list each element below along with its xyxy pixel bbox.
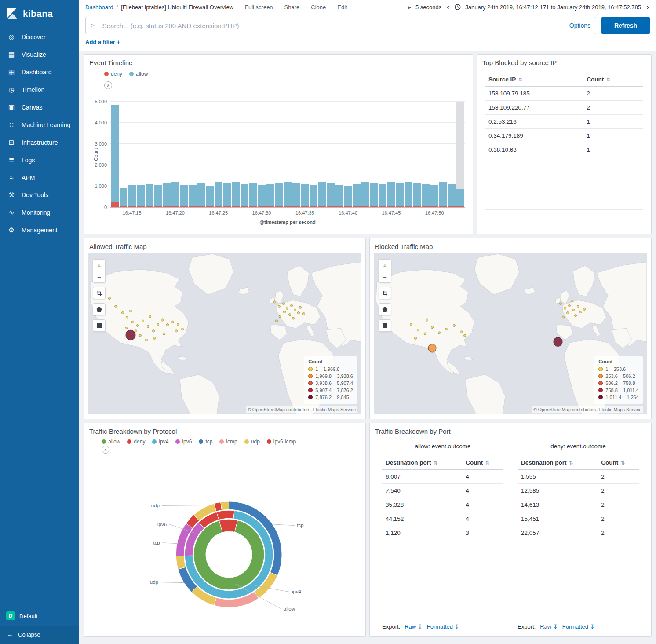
sidebar-item-discover[interactable]: ◎Discover bbox=[0, 28, 79, 46]
export-formatted-link[interactable]: Formatted ↧ bbox=[562, 623, 595, 630]
map-point[interactable] bbox=[438, 332, 440, 334]
map-point[interactable] bbox=[171, 321, 174, 323]
map-point[interactable] bbox=[583, 308, 585, 310]
sidebar-item-infrastructure[interactable]: ⊟Infrastructure bbox=[0, 134, 79, 151]
sunburst-segment-udp[interactable] bbox=[221, 501, 229, 510]
zoom-in-button[interactable]: + bbox=[93, 260, 105, 271]
map-point[interactable] bbox=[568, 304, 570, 307]
polygon-select-button[interactable] bbox=[379, 304, 391, 315]
timeline-bar[interactable] bbox=[387, 102, 395, 207]
map-point[interactable] bbox=[453, 324, 455, 326]
sidebar-item-monitoring[interactable]: ∿Monitoring bbox=[0, 204, 79, 221]
zoom-out-button[interactable]: − bbox=[93, 271, 105, 282]
map-point[interactable] bbox=[108, 297, 110, 299]
map-point[interactable] bbox=[275, 320, 277, 322]
space-selector[interactable]: D Default bbox=[0, 606, 79, 626]
sidebar-item-logs[interactable]: ≣Logs bbox=[0, 151, 79, 169]
sidebar-item-machine-learning[interactable]: ∷Machine Learning bbox=[0, 116, 79, 134]
fit-bounds-button[interactable] bbox=[379, 287, 391, 299]
timeline-bar[interactable] bbox=[275, 102, 283, 207]
breadcrumb-dashboard-link[interactable]: Dashboard bbox=[85, 4, 113, 11]
sort-icon[interactable]: ⇅ bbox=[518, 77, 522, 82]
map-point[interactable] bbox=[431, 326, 433, 328]
map-point[interactable] bbox=[286, 307, 288, 309]
export-raw-link[interactable]: Raw ↧ bbox=[540, 623, 558, 630]
map-bubble[interactable] bbox=[126, 330, 135, 340]
legend-item-ipv6[interactable]: ipv6 bbox=[175, 439, 192, 445]
sidebar-item-timelion[interactable]: ◷Timelion bbox=[0, 81, 79, 99]
map-point[interactable] bbox=[292, 317, 294, 319]
map-point[interactable] bbox=[577, 305, 579, 307]
timeline-bar[interactable] bbox=[146, 102, 153, 207]
timeline-bar[interactable] bbox=[439, 102, 447, 207]
timeline-bar[interactable] bbox=[154, 102, 162, 207]
map-point[interactable] bbox=[414, 337, 416, 339]
sort-icon[interactable]: ⇅ bbox=[434, 460, 438, 465]
timeline-bar[interactable] bbox=[310, 102, 317, 207]
menu-full-screen[interactable]: Full screen bbox=[245, 4, 273, 11]
timeline-bar[interactable] bbox=[361, 102, 369, 207]
timeline-bar[interactable] bbox=[405, 102, 412, 207]
map-point[interactable] bbox=[574, 315, 576, 317]
rectangle-select-button[interactable] bbox=[93, 320, 105, 331]
sort-icon[interactable]: ⇅ bbox=[606, 77, 610, 82]
timeline-bar[interactable] bbox=[422, 102, 430, 207]
map-point[interactable] bbox=[129, 310, 131, 312]
map-point[interactable] bbox=[579, 311, 582, 313]
timeline-bar[interactable] bbox=[223, 102, 231, 207]
map-point[interactable] bbox=[181, 328, 183, 330]
legend-item-ipv6-icmp[interactable]: ipv6-icmp bbox=[267, 439, 296, 445]
sidebar-collapse-button[interactable]: ← Collapse bbox=[0, 626, 79, 644]
menu-share[interactable]: Share bbox=[284, 4, 300, 11]
timeline-bar[interactable] bbox=[180, 102, 188, 207]
search-input[interactable] bbox=[102, 22, 565, 29]
map-point[interactable] bbox=[152, 330, 154, 332]
timeline-bar[interactable] bbox=[370, 102, 378, 207]
map-bubble[interactable] bbox=[554, 337, 562, 347]
legend-item-allow[interactable]: allow bbox=[129, 71, 148, 77]
map-point[interactable] bbox=[424, 333, 426, 335]
sidebar-item-management[interactable]: ⚙Management bbox=[0, 221, 79, 239]
timeline-bar[interactable] bbox=[456, 102, 464, 207]
map-point[interactable] bbox=[121, 311, 124, 314]
timeline-bar[interactable] bbox=[396, 102, 404, 207]
timeline-bar[interactable] bbox=[266, 102, 274, 207]
time-back-icon[interactable]: ‹ bbox=[446, 3, 450, 11]
map-point[interactable] bbox=[288, 314, 291, 316]
column-header[interactable]: Count⇅ bbox=[598, 456, 639, 470]
legend-collapse-button[interactable]: ∧ bbox=[104, 81, 112, 89]
timeline-bar[interactable] bbox=[335, 102, 343, 207]
map-point[interactable] bbox=[463, 334, 466, 337]
map-point[interactable] bbox=[279, 315, 281, 318]
timeline-bar[interactable] bbox=[448, 102, 456, 207]
map-point[interactable] bbox=[157, 323, 159, 326]
map-bubble[interactable] bbox=[428, 344, 436, 352]
column-header[interactable]: Destination port⇅ bbox=[382, 456, 462, 470]
column-header[interactable]: Destination port⇅ bbox=[518, 456, 598, 470]
zoom-out-button[interactable]: − bbox=[379, 271, 391, 282]
timeline-bar[interactable] bbox=[249, 102, 257, 207]
sidebar-item-visualize[interactable]: ▤Visualize bbox=[0, 46, 79, 63]
column-header[interactable]: Source IP⇅ bbox=[485, 73, 583, 87]
timeline-bar[interactable] bbox=[197, 102, 205, 207]
map-point[interactable] bbox=[145, 339, 147, 341]
export-raw-link[interactable]: Raw ↧ bbox=[405, 623, 423, 630]
sort-icon[interactable]: ⇅ bbox=[621, 460, 625, 465]
map-point[interactable] bbox=[290, 304, 292, 307]
legend-item-icmp[interactable]: icmp bbox=[219, 439, 237, 445]
fit-bounds-button[interactable] bbox=[93, 287, 105, 299]
sidebar-item-dev-tools[interactable]: ⚒Dev Tools bbox=[0, 186, 79, 204]
map-point[interactable] bbox=[572, 309, 575, 311]
map-point[interactable] bbox=[126, 316, 128, 318]
map-point[interactable] bbox=[283, 311, 285, 313]
map-point[interactable] bbox=[297, 311, 299, 314]
map-point[interactable] bbox=[299, 306, 301, 308]
timeline-bar[interactable] bbox=[413, 102, 421, 207]
timeline-bar[interactable] bbox=[128, 102, 136, 207]
rectangle-select-button[interactable] bbox=[379, 320, 391, 331]
timeline-bar[interactable] bbox=[344, 102, 352, 207]
legend-item-ipv4[interactable]: ipv4 bbox=[152, 439, 168, 445]
map-point[interactable] bbox=[135, 330, 137, 332]
map-point[interactable] bbox=[564, 307, 566, 309]
map-point[interactable] bbox=[410, 323, 412, 326]
